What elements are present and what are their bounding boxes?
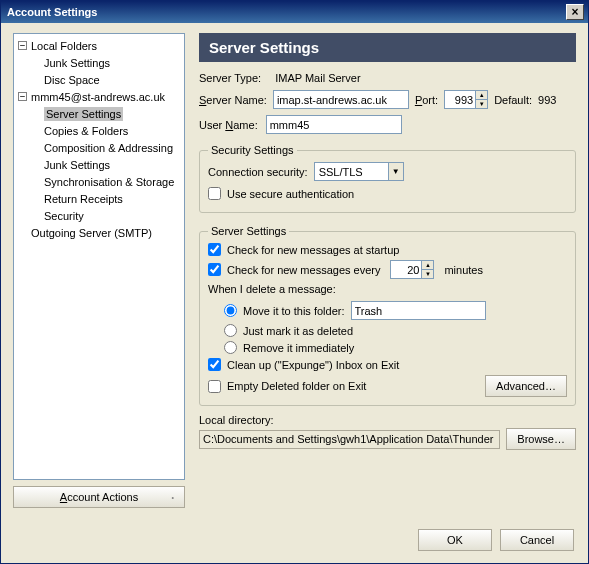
tree-item-local-folders[interactable]: − Local Folders [14, 37, 184, 54]
settings-panel: Server Settings Server Type: IMAP Mail S… [199, 33, 576, 508]
tree-item-return-receipts[interactable]: Return Receipts [14, 190, 184, 207]
delete-mark-radio[interactable]: Just mark it as deleted [208, 324, 567, 337]
default-port-label: Default: [494, 94, 532, 106]
when-delete-label: When I delete a message: [208, 283, 336, 295]
port-spinner[interactable]: ▲▼ [444, 90, 488, 109]
secure-auth-label: Use secure authentication [227, 188, 354, 200]
secure-auth-checkbox[interactable]: Use secure authentication [208, 187, 567, 200]
tree-item-composition[interactable]: Composition & Addressing [14, 139, 184, 156]
empty-deleted-checkbox[interactable]: Empty Deleted folder on Exit [208, 380, 366, 393]
connection-security-label: Connection security: [208, 166, 308, 178]
tree-item-account[interactable]: − mmm45@st-andrews.ac.uk [14, 88, 184, 105]
connection-security-value: SSL/TLS [319, 166, 363, 178]
tree-item-lf-disc[interactable]: Disc Space [14, 71, 184, 88]
trash-folder-input[interactable] [351, 301, 486, 320]
advanced-button[interactable]: Advanced… [485, 375, 567, 397]
server-name-input[interactable] [273, 90, 409, 109]
port-input[interactable] [445, 91, 475, 108]
server-type-value: IMAP Mail Server [275, 72, 360, 84]
check-every-input[interactable] [391, 261, 421, 278]
spin-down-icon[interactable]: ▼ [475, 100, 487, 108]
browse-button[interactable]: Browse… [506, 428, 576, 450]
window-title: Account Settings [7, 1, 97, 23]
spin-up-icon[interactable]: ▲ [475, 91, 487, 100]
port-label: Port: [415, 94, 438, 106]
tree-item-security[interactable]: Security [14, 207, 184, 224]
server-settings-group: Server Settings Check for new messages a… [199, 225, 576, 406]
tree-item-copies[interactable]: Copies & Folders [14, 122, 184, 139]
security-legend: Security Settings [208, 144, 297, 156]
server-type-label: Server Type: [199, 72, 261, 84]
delete-move-radio[interactable]: Move it to this folder: [208, 301, 567, 320]
tree-item-sync[interactable]: Synchronisation & Storage [14, 173, 184, 190]
expunge-checkbox[interactable]: Clean up ("Expunge") Inbox on Exit [208, 358, 567, 371]
dropdown-icon[interactable]: ▼ [388, 163, 403, 180]
spin-up-icon[interactable]: ▲ [421, 261, 433, 270]
panel-heading: Server Settings [199, 33, 576, 62]
tree-item-junk[interactable]: Junk Settings [14, 156, 184, 173]
local-dir-label: Local directory: [199, 414, 274, 426]
tree-item-smtp[interactable]: Outgoing Server (SMTP) [14, 224, 184, 241]
default-port-value: 993 [538, 94, 556, 106]
check-startup-checkbox[interactable]: Check for new messages at startup [208, 243, 567, 256]
account-tree[interactable]: − Local Folders Junk Settings Disc Space… [13, 33, 185, 480]
security-settings-group: Security Settings Connection security: S… [199, 144, 576, 213]
server-name-label: Server Name: [199, 94, 267, 106]
username-label: User Name: [199, 119, 258, 131]
ok-button[interactable]: OK [418, 529, 492, 551]
username-input[interactable] [266, 115, 402, 134]
cancel-button[interactable]: Cancel [500, 529, 574, 551]
close-button[interactable]: × [566, 4, 584, 20]
tree-item-server-settings[interactable]: Server Settings [14, 105, 184, 122]
local-dir-value: C:\Documents and Settings\gwh1\Applicati… [199, 430, 500, 449]
tree-item-lf-junk[interactable]: Junk Settings [14, 54, 184, 71]
check-every-spinner[interactable]: ▲▼ [390, 260, 434, 279]
account-actions-label: Account Actions [60, 491, 138, 503]
server-settings-legend: Server Settings [208, 225, 289, 237]
close-icon: × [571, 6, 578, 18]
check-every-checkbox[interactable]: Check for new messages every ▲▼ minutes [208, 260, 567, 279]
title-bar: Account Settings × [1, 1, 588, 23]
delete-remove-radio[interactable]: Remove it immediately [208, 341, 567, 354]
collapse-icon[interactable]: − [18, 41, 27, 50]
account-actions-button[interactable]: Account Actions [13, 486, 185, 508]
collapse-icon[interactable]: − [18, 92, 27, 101]
spin-down-icon[interactable]: ▼ [421, 270, 433, 278]
connection-security-select[interactable]: SSL/TLS ▼ [314, 162, 404, 181]
